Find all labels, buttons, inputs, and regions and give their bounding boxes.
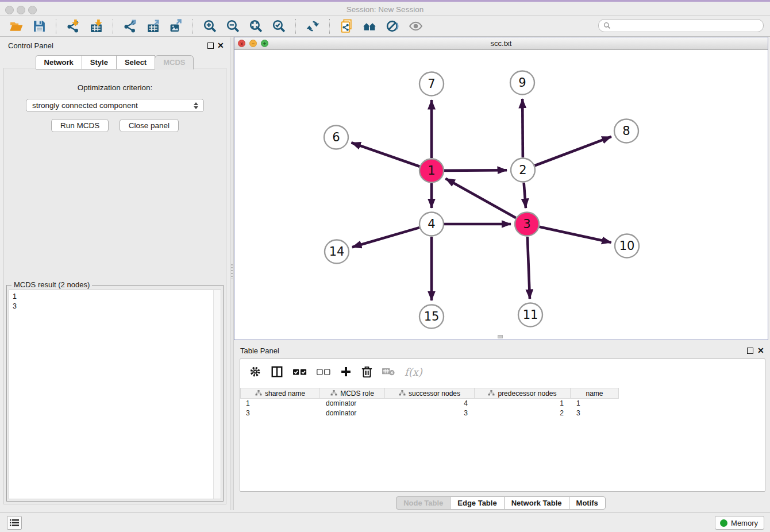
- memory-button[interactable]: Memory: [715, 516, 764, 530]
- clone-network-button[interactable]: [338, 18, 355, 34]
- import-network-icon: [66, 19, 80, 33]
- hide-selected-button[interactable]: [384, 18, 401, 34]
- table-panel-title: Table Panel: [240, 346, 279, 355]
- edge-1-6[interactable]: [351, 142, 419, 167]
- split-columns-button[interactable]: [271, 365, 283, 378]
- criterion-dropdown[interactable]: strongly connected component: [26, 99, 204, 112]
- cell-MCDS-role[interactable]: dominator: [320, 399, 385, 408]
- table-float-icon[interactable]: [747, 348, 753, 354]
- clone-network-icon: [340, 19, 354, 33]
- tab-network[interactable]: Network: [36, 55, 82, 70]
- tree-icon: [488, 390, 495, 398]
- node-7[interactable]: 7: [419, 72, 444, 96]
- column-header-successor-nodes[interactable]: successor nodes: [385, 388, 475, 399]
- cell-predecessor-nodes[interactable]: 2: [475, 408, 571, 418]
- table-row[interactable]: 3dominator323: [240, 408, 765, 418]
- edge-3-10[interactable]: [539, 227, 611, 242]
- mcds-result-title: MCDS result (2 nodes): [11, 280, 92, 289]
- canvas-scroll-thumb[interactable]: [498, 335, 503, 338]
- cell-successor-nodes[interactable]: 3: [385, 408, 475, 418]
- refresh-button[interactable]: [304, 18, 321, 34]
- search-field[interactable]: [598, 19, 764, 32]
- zoom-out-button[interactable]: [224, 18, 241, 34]
- edge-1-2[interactable]: [444, 170, 507, 171]
- network-window-titlebar[interactable]: x − + scc.txt: [234, 37, 768, 50]
- export-image-button[interactable]: [167, 18, 184, 34]
- tab-network-table[interactable]: Network Table: [504, 496, 569, 510]
- table-row[interactable]: 1dominator411: [240, 399, 765, 408]
- svg-text:8: 8: [622, 124, 630, 138]
- home-button[interactable]: [361, 18, 378, 34]
- tab-mcds[interactable]: MCDS: [155, 55, 194, 70]
- node-1[interactable]: 1: [419, 159, 444, 183]
- tab-style[interactable]: Style: [82, 55, 117, 70]
- delete-column-button[interactable]: [361, 366, 372, 378]
- zoom-selected-button[interactable]: [270, 18, 287, 34]
- open-session-button[interactable]: [7, 18, 25, 34]
- cell-name[interactable]: 3: [571, 408, 619, 418]
- node-6[interactable]: 6: [324, 126, 348, 149]
- mcds-result-area[interactable]: 1 3: [9, 290, 221, 499]
- cell-MCDS-role[interactable]: dominator: [320, 408, 385, 418]
- export-table-button[interactable]: [144, 18, 161, 34]
- result-scrollbar[interactable]: [213, 290, 221, 499]
- column-header-MCDS-role[interactable]: MCDS role: [320, 388, 385, 399]
- column-header-name[interactable]: name: [571, 388, 619, 399]
- column-header-predecessor-nodes[interactable]: predecessor nodes: [475, 388, 571, 399]
- edge-3-1[interactable]: [445, 179, 515, 218]
- import-table-button[interactable]: [87, 18, 105, 34]
- table-close-icon[interactable]: ✕: [757, 346, 764, 355]
- edge-4-14[interactable]: [352, 228, 419, 247]
- search-input[interactable]: [611, 22, 763, 30]
- network-canvas[interactable]: 7968124314101511: [234, 50, 768, 340]
- cell-successor-nodes[interactable]: 4: [385, 399, 475, 408]
- column-header-shared-name[interactable]: shared name: [240, 388, 320, 399]
- close-panel-button[interactable]: Close panel: [120, 119, 179, 132]
- node-4[interactable]: 4: [419, 213, 444, 236]
- save-session-button[interactable]: [30, 18, 48, 34]
- export-network-button[interactable]: [121, 18, 138, 34]
- close-panel-icon[interactable]: ✕: [217, 41, 224, 50]
- tab-select[interactable]: Select: [116, 55, 155, 70]
- node-9[interactable]: 9: [510, 71, 534, 95]
- node-11[interactable]: 11: [518, 303, 542, 327]
- home-icon: [363, 19, 377, 33]
- show-eye-button[interactable]: [407, 18, 424, 34]
- node-2[interactable]: 2: [511, 159, 535, 182]
- svg-text:2: 2: [519, 163, 526, 177]
- cell-predecessor-nodes[interactable]: 1: [475, 399, 571, 408]
- network-view-window: x − + scc.txt 7968124314101511: [234, 37, 768, 340]
- svg-text:1: 1: [428, 164, 435, 178]
- edge-2-3[interactable]: [524, 183, 526, 208]
- node-8[interactable]: 8: [614, 119, 638, 143]
- node-15[interactable]: 15: [419, 305, 444, 329]
- edge-2-9[interactable]: [522, 99, 523, 157]
- session-title: Session: New Session: [0, 5, 770, 14]
- edge-2-8[interactable]: [535, 137, 611, 165]
- network-graph[interactable]: 7968124314101511: [234, 50, 768, 340]
- run-mcds-button[interactable]: Run MCDS: [51, 119, 109, 132]
- cell-shared-name[interactable]: 3: [240, 408, 320, 418]
- node-14[interactable]: 14: [325, 240, 349, 264]
- delete-table-button[interactable]: [382, 367, 395, 376]
- float-panel-icon[interactable]: [207, 43, 214, 49]
- panel-splitter[interactable]: [230, 37, 234, 510]
- add-column-button[interactable]: [340, 366, 352, 377]
- task-history-button[interactable]: [7, 516, 22, 530]
- zoom-fit-button[interactable]: [247, 18, 264, 34]
- function-builder-button[interactable]: f(x): [405, 366, 422, 378]
- zoom-in-button[interactable]: [201, 18, 218, 34]
- cell-shared-name[interactable]: 1: [240, 399, 320, 408]
- deselect-all-checkboxes-button[interactable]: [317, 368, 330, 376]
- gear-button[interactable]: [249, 366, 261, 377]
- tab-motifs[interactable]: Motifs: [569, 496, 606, 510]
- cell-name[interactable]: 1: [571, 399, 619, 408]
- select-all-checkboxes-button[interactable]: [293, 368, 307, 376]
- import-network-button[interactable]: [64, 18, 82, 34]
- edge-3-11[interactable]: [528, 237, 530, 299]
- node-10[interactable]: 10: [615, 234, 639, 258]
- tab-edge-table[interactable]: Edge Table: [450, 496, 504, 510]
- node-3[interactable]: 3: [515, 213, 539, 236]
- table-panel: Table Panel ✕ f(x) shared nameMCDS roles…: [234, 342, 768, 510]
- tab-node-table[interactable]: Node Table: [396, 496, 451, 510]
